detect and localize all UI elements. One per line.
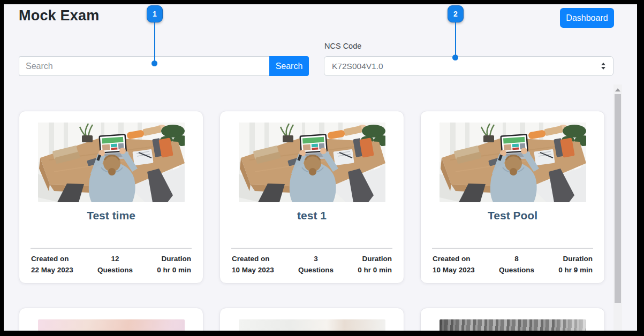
- exam-card-partial[interactable]: [219, 308, 404, 331]
- exam-card-partial[interactable]: [420, 308, 605, 331]
- exam-meta: Created on 10 May 2023 3 Questions Durat…: [232, 253, 392, 276]
- exam-card[interactable]: Test Pool Created on 10 May 2023 8 Quest…: [420, 111, 605, 284]
- divider: [231, 248, 392, 249]
- exam-photo-desk: [440, 123, 586, 202]
- exam-meta: Created on 22 May 2023 12 Questions Dura…: [31, 253, 191, 276]
- exam-photo-plant: [239, 319, 385, 331]
- search-input[interactable]: [19, 56, 269, 76]
- exam-card-partial[interactable]: [19, 308, 203, 331]
- exam-card-grid: Test time Created on 22 May 2023 12 Ques…: [4, 85, 613, 331]
- divider: [31, 248, 192, 249]
- created-on: Created on 10 May 2023: [232, 253, 274, 276]
- created-on: Created on 22 May 2023: [31, 253, 73, 276]
- duration: Duration 0 hr 9 min: [558, 253, 593, 276]
- exam-photo-pink: [38, 319, 185, 331]
- scrollbar: [613, 85, 622, 331]
- annotation-marker-1: 1: [147, 5, 163, 22]
- exam-meta: Created on 10 May 2023 8 Questions Durat…: [433, 253, 593, 276]
- duration: Duration 0 hr 0 min: [157, 253, 191, 276]
- dashboard-button[interactable]: Dashboard: [560, 8, 614, 28]
- annotation-dot-2: [452, 55, 458, 60]
- ncs-code-select[interactable]: K72S004V1.0: [324, 56, 613, 76]
- question-count: 8 Questions: [499, 253, 534, 276]
- scrollbar-thumb[interactable]: [615, 94, 621, 303]
- select-updown-icon: [601, 63, 605, 70]
- screen: Mock Exam Dashboard Search NCS Code K72S…: [0, 0, 644, 336]
- question-count: 12 Questions: [97, 253, 133, 276]
- ncs-code-selected-value: K72S004V1.0: [332, 62, 383, 71]
- scrollbar-up-icon[interactable]: [615, 88, 620, 91]
- exam-card[interactable]: Test time Created on 22 May 2023 12 Ques…: [19, 111, 203, 284]
- search-button[interactable]: Search: [269, 56, 309, 76]
- mock-exam-page: Mock Exam Dashboard Search NCS Code K72S…: [4, 4, 637, 331]
- exam-photo-cat: [440, 319, 586, 331]
- duration: Duration 0 hr 0 min: [358, 253, 392, 276]
- exam-title: test 1: [220, 209, 404, 222]
- exam-title: Test time: [19, 209, 203, 222]
- created-on: Created on 10 May 2023: [433, 253, 475, 276]
- exam-card[interactable]: test 1 Created on 10 May 2023 3 Question…: [219, 111, 404, 284]
- exam-photo-desk: [239, 123, 385, 202]
- question-count: 3 Questions: [298, 253, 334, 276]
- annotation-dot-1: [151, 60, 157, 66]
- exam-photo-desk: [38, 123, 185, 202]
- annotation-marker-2: 2: [448, 5, 464, 22]
- search-bar: Search: [19, 56, 309, 76]
- annotation-line-1: [154, 22, 155, 60]
- exam-title: Test Pool: [421, 209, 604, 222]
- ncs-code-label: NCS Code: [324, 42, 361, 50]
- page-title: Mock Exam: [19, 7, 99, 24]
- annotation-line-2: [455, 22, 456, 55]
- divider: [432, 248, 593, 249]
